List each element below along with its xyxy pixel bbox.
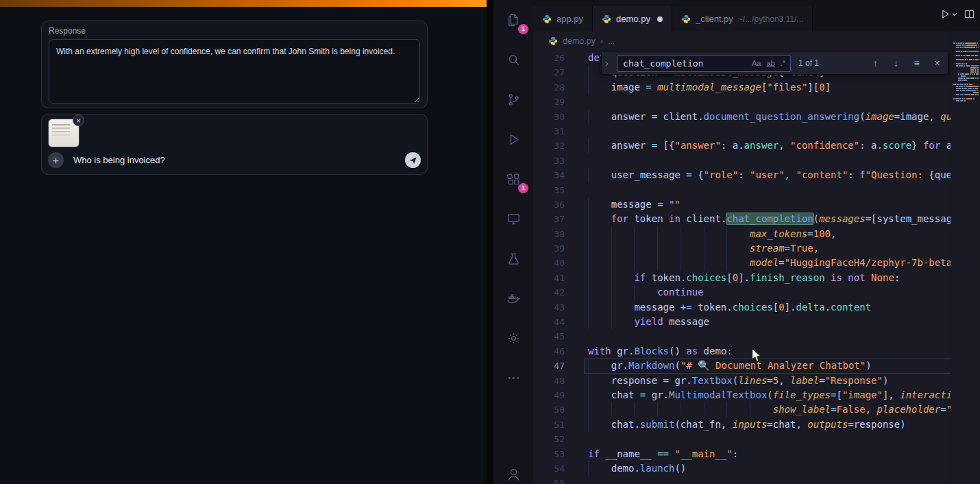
- line-number: 46: [533, 344, 576, 359]
- find-expand-chevron[interactable]: ›: [602, 52, 612, 74]
- find-in-selection-button[interactable]: ≡: [909, 58, 924, 69]
- minimap[interactable]: [951, 32, 980, 484]
- vscode-window: 11 app.pydemo.py_client.py~/.../python3.…: [493, 0, 980, 484]
- code-line-39[interactable]: 39stream=True,: [533, 241, 951, 256]
- response-textarea[interactable]: With an extremely high level of confiden…: [49, 39, 420, 104]
- tab-demo.py[interactable]: demo.py: [593, 6, 672, 32]
- code-text: chat.submit(chat_fn, inputs=chat, output…: [576, 418, 906, 432]
- code-line-40[interactable]: 40model="HuggingFaceH4/zephyr-7b-beta"):: [533, 256, 951, 270]
- run-debug-icon: [506, 132, 522, 147]
- line-number: 54: [533, 461, 576, 476]
- code-line-37[interactable]: 37for token in client.chat_completion(me…: [533, 212, 951, 226]
- code-line-53[interactable]: 53if __name__ == "__main__":: [533, 447, 951, 461]
- tab-description: ~/.../python3.11/...: [738, 14, 804, 24]
- code-line-35[interactable]: 35: [533, 183, 951, 197]
- activity-item-remote-explorer[interactable]: [493, 199, 533, 239]
- code-line-31[interactable]: 31: [533, 124, 951, 138]
- code-line-54[interactable]: 54demo.launch(): [533, 461, 951, 476]
- play-icon: [940, 9, 951, 19]
- tab-label: demo.py: [616, 14, 650, 24]
- code-line-43[interactable]: 43message += token.choices[0].delta.cont…: [533, 300, 951, 315]
- docker-icon: [506, 291, 522, 306]
- editor-actions: [940, 9, 975, 19]
- activity-item-account[interactable]: [493, 454, 533, 484]
- code-text: [576, 124, 588, 138]
- line-number: 49: [533, 388, 576, 402]
- line-number: 52: [533, 432, 576, 446]
- run-python-file-button[interactable]: [940, 9, 957, 19]
- chat-input[interactable]: [72, 154, 397, 166]
- code-line-50[interactable]: 50show_label=False, placeholder="Upload …: [533, 402, 951, 417]
- code-line-49[interactable]: 49chat = gr.MultimodalTextbox(file_types…: [533, 388, 951, 402]
- activity-item-source-control[interactable]: [493, 80, 533, 119]
- activity-item-tools[interactable]: [493, 318, 533, 358]
- code-line-48[interactable]: 48response = gr.Textbox(lines=5, label="…: [533, 374, 951, 388]
- code-text: response = gr.Textbox(lines=5, label="Re…: [576, 374, 888, 388]
- tab-_client.py[interactable]: _client.py~/.../python3.11/...: [672, 6, 813, 32]
- code-line-32[interactable]: 32answer = [{"answer": a.answer, "confid…: [533, 138, 951, 153]
- code-line-45[interactable]: 45: [533, 329, 951, 343]
- breadcrumb: demo.py › ...: [533, 32, 615, 51]
- activity-item-testing[interactable]: [493, 239, 533, 278]
- tab-app.py[interactable]: app.py: [533, 6, 593, 32]
- line-number: 48: [533, 374, 576, 388]
- code-text: gr.Markdown("# 🔍 Document Analyzer Chatb…: [576, 359, 872, 373]
- code-line-44[interactable]: 44yield message: [533, 315, 951, 329]
- code-line-30[interactable]: 30answer = client.document_question_answ…: [533, 110, 951, 124]
- code-line-52[interactable]: 52: [533, 432, 951, 446]
- activity-item-search[interactable]: [493, 40, 533, 80]
- next-match-button[interactable]: ↓: [888, 58, 904, 69]
- add-file-button[interactable]: +: [48, 152, 64, 168]
- attachment-thumbnail-wrap: ×: [48, 119, 79, 147]
- send-button[interactable]: [405, 152, 421, 168]
- code-line-41[interactable]: 41if token.choices[0].finish_reason is n…: [533, 271, 951, 285]
- remove-attachment-button[interactable]: ×: [73, 114, 84, 126]
- code-line-46[interactable]: 46with gr.Blocks() as demo:: [533, 344, 951, 359]
- whole-word-toggle[interactable]: ab: [764, 58, 776, 69]
- code-text: image = multimodal_message["files"][0]: [576, 80, 831, 95]
- badge: 1: [518, 183, 528, 193]
- previous-match-button[interactable]: ↑: [868, 58, 883, 69]
- code-line-55[interactable]: 55: [533, 476, 951, 484]
- code-viewport: 26def chat_fn(multimodal_message):27ques…: [533, 51, 951, 484]
- activity-item-docker[interactable]: [493, 278, 533, 318]
- paper-plane-icon: [409, 156, 417, 165]
- badge: 1: [518, 24, 528, 34]
- code-line-33[interactable]: 33: [533, 154, 951, 168]
- breadcrumb-more[interactable]: ...: [608, 36, 615, 46]
- regex-toggle[interactable]: .*: [779, 58, 787, 69]
- testing-icon: [506, 251, 522, 267]
- code-line-29[interactable]: 29: [533, 95, 951, 109]
- code-text: message += token.choices[0].delta.conten…: [576, 300, 871, 315]
- code-line-51[interactable]: 51chat.submit(chat_fn, inputs=chat, outp…: [533, 418, 951, 432]
- breadcrumb-file[interactable]: demo.py: [563, 36, 596, 46]
- code-line-47[interactable]: 47gr.Markdown("# 🔍 Document Analyzer Cha…: [533, 359, 951, 373]
- code-line-28[interactable]: 28image = multimodal_message["files"][0]: [533, 80, 951, 95]
- code-line-34[interactable]: 34user_message = {"role": "user", "conte…: [533, 168, 951, 182]
- line-number: 44: [533, 315, 576, 329]
- find-input[interactable]: chat_completion Aa ab .*: [617, 55, 791, 72]
- activity-item-extensions[interactable]: 1: [493, 159, 533, 199]
- line-number: 51: [533, 418, 576, 432]
- gradio-app-window: Response With an extremely high level of…: [0, 0, 487, 484]
- response-block: Response With an extremely high level of…: [41, 21, 428, 108]
- close-find-button[interactable]: ×: [929, 58, 945, 69]
- code-text: with gr.Blocks() as demo:: [576, 344, 733, 359]
- python-icon: [602, 14, 611, 24]
- split-editor-icon: [964, 9, 975, 19]
- tab-label: _client.py: [696, 14, 733, 24]
- minimap-content: [951, 32, 980, 104]
- response-label: Response: [49, 26, 420, 36]
- code-line-36[interactable]: 36message = "": [533, 197, 951, 212]
- line-number: 43: [533, 300, 576, 315]
- code-line-38[interactable]: 38max_tokens=100,: [533, 227, 951, 241]
- activity-item-explorer[interactable]: 1: [493, 0, 533, 40]
- activity-item-more[interactable]: [493, 358, 533, 398]
- multimodal-textbox-block: × +: [41, 114, 428, 175]
- window-divider: [487, 0, 493, 484]
- activity-item-run-debug[interactable]: [493, 119, 533, 159]
- code-text: [576, 432, 588, 446]
- code-line-42[interactable]: 42continue: [533, 285, 951, 300]
- match-case-toggle[interactable]: Aa: [750, 58, 763, 69]
- split-editor-button[interactable]: [964, 9, 975, 19]
